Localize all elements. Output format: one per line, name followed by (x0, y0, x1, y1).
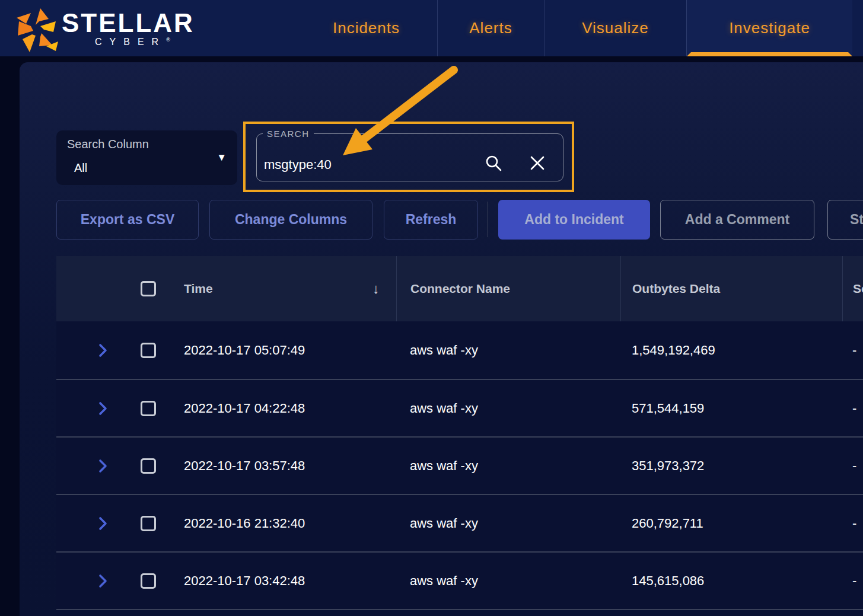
search-input[interactable] (264, 153, 477, 177)
row-checkbox[interactable] (141, 516, 156, 531)
stellar-star-icon (14, 5, 62, 55)
table-row: 2022-10-16 21:32:40 aws waf -xy 260,792,… (56, 494, 863, 551)
cell-time: 2022-10-17 03:42:48 (166, 573, 396, 589)
expand-row-chevron-icon[interactable] (56, 343, 109, 358)
sort-desc-icon: ↓ (372, 280, 380, 297)
table-row: 2022-10-17 04:22:48 aws waf -xy 571,544,… (56, 379, 863, 436)
table-row: 2022-10-17 03:42:48 aws waf -xy 145,615,… (56, 551, 863, 609)
cell-last: - (842, 343, 863, 358)
cell-connector: aws waf -xy (396, 458, 620, 474)
export-csv-button[interactable]: Export as CSV (56, 200, 199, 240)
documents-table: Time ↓ Connector Name Outbytes Delta Sc … (56, 256, 863, 616)
add-to-incident-button[interactable]: Add to Incident (498, 200, 650, 240)
truncated-button[interactable]: Sta (827, 200, 863, 240)
nav-tab-investigate[interactable]: Investigate (686, 0, 852, 56)
cell-time: 2022-10-17 04:22:48 (166, 401, 396, 416)
row-checkbox[interactable] (141, 458, 156, 474)
row-checkbox[interactable] (141, 401, 156, 416)
search-column-value: All (74, 161, 87, 175)
root: STELLAR CYBER® Incidents Alerts Visualiz… (0, 0, 863, 616)
active-tab-underline (687, 52, 852, 56)
cell-last: - (842, 516, 863, 531)
refresh-button[interactable]: Refresh (384, 200, 478, 240)
cell-outbytes: 1,549,192,469 (620, 343, 842, 358)
cell-last: - (842, 401, 863, 416)
select-all-checkbox[interactable] (141, 281, 156, 296)
search-icon[interactable] (485, 154, 502, 172)
row-checkbox[interactable] (141, 573, 156, 589)
stellar-cyber-logo[interactable]: STELLAR CYBER® (11, 2, 224, 55)
header-expand-spacer (56, 256, 130, 321)
cell-outbytes: 571,544,159 (620, 401, 842, 416)
column-header-truncated[interactable]: Sc (842, 256, 863, 321)
expand-row-chevron-icon[interactable] (56, 458, 109, 474)
brand-subtitle: CYBER® (95, 37, 170, 47)
top-nav: STELLAR CYBER® Incidents Alerts Visualiz… (0, 0, 863, 56)
cell-last: - (842, 573, 863, 589)
nav-tabs: Incidents Alerts Visualize Investigate (295, 0, 852, 56)
search-field: SEARCH (256, 129, 563, 181)
table-header: Time ↓ Connector Name Outbytes Delta Sc (56, 256, 863, 321)
cell-outbytes: 351,973,372 (620, 458, 842, 474)
search-field-label: SEARCH (263, 129, 314, 139)
brand-name: STELLAR (62, 8, 195, 38)
column-header-time[interactable]: Time ↓ (166, 256, 396, 321)
cell-connector: aws waf -xy (396, 516, 620, 531)
cell-last: - (842, 458, 863, 474)
column-header-connector-name[interactable]: Connector Name (396, 256, 620, 321)
nav-tab-visualize[interactable]: Visualize (544, 0, 686, 56)
clear-search-icon[interactable] (528, 154, 546, 172)
chevron-down-icon: ▼ (216, 152, 227, 164)
table-row: 2022-10-17 03:57:48 aws waf -xy 351,973,… (56, 436, 863, 494)
cell-outbytes: 260,792,711 (620, 516, 842, 531)
cell-connector: aws waf -xy (396, 343, 620, 358)
cell-connector: aws waf -xy (396, 401, 620, 416)
cell-time: 2022-10-17 05:07:49 (166, 343, 396, 358)
change-columns-button[interactable]: Change Columns (209, 200, 372, 240)
add-comment-button[interactable]: Add a Comment (660, 200, 814, 240)
toolbar-divider (488, 202, 488, 237)
expand-row-chevron-icon[interactable] (56, 573, 109, 589)
cell-time: 2022-10-17 03:57:48 (166, 458, 396, 474)
nav-tab-incidents[interactable]: Incidents (295, 0, 437, 56)
table-row-partial (56, 609, 863, 616)
search-column-label: Search Column (67, 138, 149, 151)
search-column-select[interactable]: Search Column All ▼ (56, 130, 237, 185)
row-checkbox[interactable] (141, 343, 156, 358)
expand-row-chevron-icon[interactable] (56, 516, 109, 531)
cell-outbytes: 145,615,086 (620, 573, 842, 589)
column-header-outbytes-delta[interactable]: Outbytes Delta (620, 256, 842, 321)
expand-row-chevron-icon[interactable] (56, 401, 109, 416)
cell-connector: aws waf -xy (396, 573, 620, 589)
cell-time: 2022-10-16 21:32:40 (166, 516, 396, 531)
table-row: 2022-10-17 05:07:49 aws waf -xy 1,549,19… (56, 321, 863, 379)
nav-tab-alerts[interactable]: Alerts (437, 0, 544, 56)
